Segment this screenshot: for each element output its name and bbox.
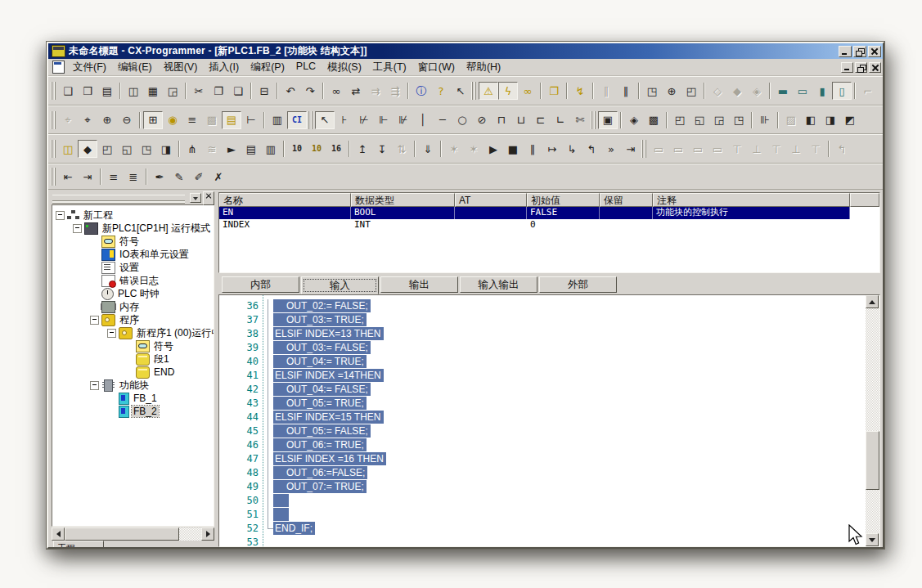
scrollbar-track[interactable] xyxy=(866,308,879,533)
paste-special-button[interactable]: ⊟ xyxy=(254,82,274,100)
window-zoom-1-button[interactable]: ◧ xyxy=(801,111,821,129)
mdi-close-button[interactable] xyxy=(869,62,881,73)
tree-item-symbols[interactable]: 符号 xyxy=(52,235,214,248)
new-closed-contact-button[interactable]: ⊬ xyxy=(354,111,374,129)
compile-program-check-button[interactable]: ⚠ xyxy=(479,82,498,100)
code-line-41[interactable]: ELSIF INDEX =14THEN xyxy=(263,369,866,383)
tree-horizontal-scrollbar[interactable] xyxy=(52,527,214,541)
new-contact-button[interactable]: ⊦ xyxy=(335,111,354,129)
print-preview-button[interactable]: ◲ xyxy=(163,82,182,100)
var-row-INDEX[interactable]: INDEXINT0 xyxy=(219,219,850,231)
zoom-out-button[interactable]: ⊖ xyxy=(117,111,137,129)
expander-icon[interactable] xyxy=(90,381,99,390)
indent-right-button[interactable]: ⇥ xyxy=(78,168,97,186)
toolbar-gripper[interactable] xyxy=(641,140,646,158)
new-horizontal-button[interactable]: ─ xyxy=(433,111,452,129)
menu-edit[interactable]: 编辑(E) xyxy=(112,59,158,76)
new-button[interactable]: ❑ xyxy=(58,82,78,100)
column-header-4[interactable]: 保留 xyxy=(600,193,653,207)
tree-item-new-program1[interactable]: 新程序1 (00)运行中 xyxy=(52,326,214,339)
new-vertical-button[interactable]: │ xyxy=(413,111,433,129)
select-mode-button[interactable]: ↖ xyxy=(315,111,335,129)
zoom-in-button[interactable]: ⊕ xyxy=(97,111,117,129)
menu-tools[interactable]: 工具(T) xyxy=(367,59,412,76)
code-line-53[interactable] xyxy=(263,536,866,547)
transfer-check-button[interactable]: ↯ xyxy=(570,82,590,100)
menu-insert[interactable]: 插入(I) xyxy=(203,59,245,76)
mdi-minimize-button[interactable] xyxy=(841,62,853,73)
about-button[interactable]: ⓘ xyxy=(412,82,431,100)
code-line-46[interactable]: OUT_06:= TRUE; xyxy=(263,438,866,452)
window-zoom-2-button[interactable]: ◨ xyxy=(821,111,840,129)
indent-left-button[interactable]: ⇤ xyxy=(58,168,78,186)
pause-button[interactable]: ‖ xyxy=(616,82,636,100)
scan-run-button[interactable]: ⇥ xyxy=(621,140,641,158)
block-uncomment-button[interactable]: ≣ xyxy=(124,168,143,186)
tree-item-new-plc1[interactable]: 新PLC1[CP1H] 运行模式 xyxy=(52,222,214,235)
toolbar-gripper[interactable] xyxy=(51,168,56,186)
title-bar[interactable]: 未命名標題 - CX-Programmer - [新PLC1.FB_2 [功能块… xyxy=(48,43,883,59)
code-line-39[interactable]: OUT_03:= FALSE; xyxy=(263,341,866,355)
compare-program-button[interactable]: ◈ xyxy=(624,111,644,129)
continuous-step-button[interactable]: » xyxy=(601,140,621,158)
print-setup-button[interactable]: ◫ xyxy=(124,82,143,100)
new-coil-button[interactable]: ○ xyxy=(452,111,472,129)
delete-connection-button[interactable]: ✄ xyxy=(570,111,590,129)
toolbar-gripper[interactable] xyxy=(471,82,476,100)
new-instruction-block-button[interactable]: ⊔ xyxy=(511,111,531,129)
new-closed-or-contact-button[interactable]: ⊮ xyxy=(394,111,413,129)
open-button[interactable]: ❒ xyxy=(78,82,97,100)
undo-button[interactable]: ↶ xyxy=(281,82,300,100)
expander-icon[interactable] xyxy=(56,211,65,220)
scroll-right-button[interactable] xyxy=(201,527,214,541)
tree-item-error-log[interactable]: 错误日志 xyxy=(52,274,214,287)
monitor-signed-decimal-button[interactable]: 10 xyxy=(307,140,326,158)
var-row-EN[interactable]: ENBOOLFALSE功能块的控制执行 xyxy=(219,207,850,219)
tree-item-new-project[interactable]: 新工程 xyxy=(52,209,214,222)
step-out-button[interactable]: ↰ xyxy=(582,140,601,158)
view-st-source-button[interactable]: CI xyxy=(287,111,307,129)
project-workspace-tab[interactable]: 工程 xyxy=(53,541,104,547)
tree-item-fb2[interactable]: FB_2 xyxy=(52,405,214,418)
tab-internal[interactable]: 内部 xyxy=(222,276,299,293)
compile-all-check-button[interactable]: ϟ xyxy=(498,82,518,100)
code-line-38[interactable]: ELSIF INDEX=13 THEN xyxy=(263,327,866,341)
tree-item-io-table[interactable]: IO表和单元设置 xyxy=(52,248,214,261)
cut-button[interactable]: ✂ xyxy=(189,82,209,100)
tree-item-section1[interactable]: 段1 xyxy=(52,352,214,366)
code-line-37[interactable]: OUT_03:= TRUE; xyxy=(263,313,866,327)
new-or-contact-button[interactable]: ⊩ xyxy=(374,111,394,129)
symbol-list-button[interactable]: ⊪ xyxy=(755,111,775,129)
show-grid-button[interactable]: ⊞ xyxy=(143,111,163,129)
toggle-address-reference-button[interactable]: ◱ xyxy=(117,140,137,158)
scroll-up-button[interactable] xyxy=(866,295,879,308)
rung-wrap-button[interactable]: ► xyxy=(222,140,241,158)
transfer-to-plc-button[interactable]: ⇓ xyxy=(418,140,438,158)
toolbar-gripper[interactable] xyxy=(51,140,56,158)
tab-inout[interactable]: 输入输出 xyxy=(460,276,537,293)
tree-item-plc-clock[interactable]: PLC 时钟 xyxy=(52,287,214,300)
bookmark-toggle-button[interactable]: ✒ xyxy=(150,168,169,186)
bookmark-clear-button[interactable]: ✗ xyxy=(209,168,228,186)
code-line-44[interactable]: ELSIF INDEX=15 THEN xyxy=(263,411,866,424)
copy-to-project-button[interactable]: ❐ xyxy=(544,82,564,100)
workspace-menu-button[interactable] xyxy=(190,193,201,203)
menu-simulation[interactable]: 模拟(S) xyxy=(322,59,367,76)
io-comment-view-1-button[interactable]: ◰ xyxy=(670,111,690,129)
new-fb-parameter-button[interactable]: ∟ xyxy=(551,111,570,129)
io-comment-view-4-button[interactable]: ◳ xyxy=(729,111,749,129)
monitor-watch-button[interactable]: ▮ xyxy=(812,82,832,100)
io-comment-view-3-button[interactable]: ◲ xyxy=(709,111,729,129)
io-comment-view-2-button[interactable]: ◱ xyxy=(690,111,709,129)
run-button[interactable]: ▶ xyxy=(483,140,503,158)
binary-view-button[interactable]: ▥ xyxy=(261,140,281,158)
scrollbar-thumb[interactable] xyxy=(65,527,179,541)
find-report-button[interactable]: ∞ xyxy=(518,82,537,100)
tree-item-end-section[interactable]: END xyxy=(52,366,214,379)
menu-program[interactable]: 编程(P) xyxy=(245,59,290,76)
work-online-button[interactable]: ▬ xyxy=(773,82,793,100)
code-line-45[interactable]: OUT_05:= FALSE; xyxy=(263,424,866,438)
tree-item-program-symbols[interactable]: 符号 xyxy=(52,339,214,352)
show-properties-button[interactable]: ▤ xyxy=(241,140,261,158)
overview-button[interactable]: ▩ xyxy=(644,111,663,129)
